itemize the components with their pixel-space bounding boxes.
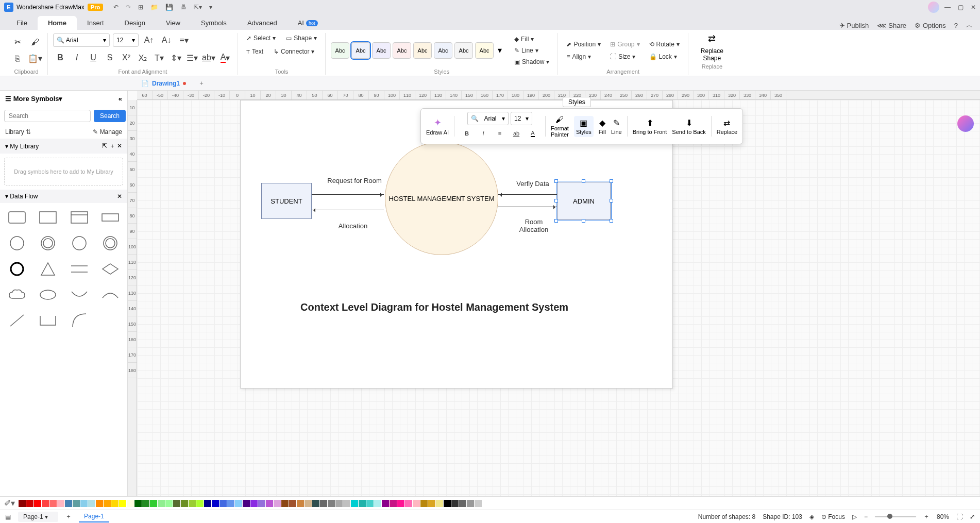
close-icon[interactable]: ✕ [971,4,976,11]
user-avatar[interactable] [928,2,939,13]
connector-tool[interactable]: ↳ Connector ▾ [271,46,317,57]
color-swatch[interactable] [359,500,366,507]
library-label[interactable]: Library ⇅ [5,128,31,136]
color-swatch[interactable] [189,500,196,507]
rotate-drop[interactable]: ⟲ Rotate ▾ [646,39,683,49]
arrow-verify[interactable] [498,194,557,195]
style-swatch-6[interactable]: Abc [434,42,452,59]
font-size-select[interactable]: 12▾ [113,33,139,47]
doc-tab-drawing1[interactable]: 📄 Drawing1 [134,78,193,89]
color-swatch[interactable] [405,500,412,507]
group-drop[interactable]: ⊞ Group ▾ [607,39,643,49]
format-painter-icon[interactable]: 🖌 [28,35,42,49]
page-tab-1[interactable]: Page-1 [79,511,109,522]
fill-drop[interactable]: ◆ Fill ▾ [511,34,552,44]
color-swatch[interactable] [219,500,227,507]
maximize-icon[interactable]: ▢ [958,4,964,11]
strike-icon[interactable]: S [103,50,117,65]
my-library-header[interactable]: ▾ My Library ⇱ ＋ ✕ [0,139,127,154]
color-swatch[interactable] [181,500,188,507]
manage-link[interactable]: ✎ Manage [93,128,122,136]
ft-send-back[interactable]: ⬇Send to Back [672,118,705,135]
color-swatch[interactable] [374,500,381,507]
size-drop[interactable]: ⛶ Size ▾ [607,52,643,62]
color-swatch[interactable] [420,500,428,507]
lib-export-icon[interactable]: ⇱ [102,142,107,149]
highlight-icon[interactable]: ab▾ [201,50,216,65]
style-swatch-7[interactable]: Abc [454,42,473,59]
ft-bold-icon[interactable]: B [460,126,474,141]
color-swatch[interactable] [65,500,72,507]
shape-circle-2[interactable] [66,233,92,254]
copy-icon[interactable]: ⎘ [10,52,25,66]
arrow-request[interactable] [312,194,384,195]
canvas[interactable]: HOSTEL MANAGEMENT SYSTEM STUDENT ADMIN [137,100,980,496]
color-swatch[interactable] [451,500,459,507]
color-swatch[interactable] [134,500,142,507]
tab-advanced[interactable]: Advanced [237,16,288,30]
shape-rect-open[interactable] [35,310,61,331]
color-swatch[interactable] [266,500,273,507]
page-selector[interactable]: Page-1 ▾ [18,512,58,522]
zoom-slider[interactable] [875,516,916,517]
shape-cloud[interactable] [4,284,30,305]
color-swatch[interactable] [328,500,335,507]
color-swatch[interactable] [80,500,88,507]
focus-mode[interactable]: ⊙ Focus [821,513,845,520]
decrease-font-icon[interactable]: A↓ [159,33,174,47]
shape-arc-up[interactable] [97,284,123,305]
style-more-icon[interactable]: ▾ [496,45,504,55]
new-icon[interactable]: ⊞ [138,4,143,11]
select-tool[interactable]: ➚ Select ▾ [243,33,279,43]
shape-tool[interactable]: ▭ Shape ▾ [283,33,320,43]
color-swatch[interactable] [235,500,242,507]
color-swatch[interactable] [413,500,420,507]
redo-icon[interactable]: ↷ [126,4,131,11]
data-flow-header[interactable]: ▾ Data Flow ✕ [0,190,127,203]
publish-button[interactable]: ✈ Publish [839,22,869,29]
label-room-alloc[interactable]: Room Allocation [511,218,557,233]
color-swatch[interactable] [335,500,343,507]
align-drop[interactable]: ≡ Align ▾ [563,52,604,62]
eyedropper-icon[interactable]: ✐▾ [4,498,15,508]
label-allocation[interactable]: Allocation [332,222,374,230]
fit-page-icon[interactable]: ⛶ [956,513,962,520]
color-swatch[interactable] [158,500,165,507]
color-swatch[interactable] [42,500,49,507]
arrow-room-alloc[interactable] [498,207,557,207]
color-swatch[interactable] [19,500,26,507]
color-swatch[interactable] [57,500,64,507]
ft-color-icon[interactable]: A [526,126,540,141]
label-verify[interactable]: Verfiy Data [510,180,556,188]
color-swatch[interactable] [297,500,304,507]
line-spacing-icon[interactable]: ⇕▾ [168,50,183,65]
export-icon[interactable]: ⇱▾ [194,4,202,11]
presentation-icon[interactable]: ▷ [852,513,857,520]
ft-font-size[interactable]: 12 ▾ [511,112,532,125]
lib-close-icon[interactable]: ✕ [117,142,122,149]
color-swatch[interactable] [96,500,103,507]
shape-circle[interactable] [4,233,30,254]
color-swatch[interactable] [127,500,134,507]
shadow-drop[interactable]: ▣ Shadow ▾ [511,57,552,67]
cut-icon[interactable]: ✂ [10,35,25,49]
arrow-allocation[interactable] [312,210,384,210]
qat-more-icon[interactable]: ▾ [209,4,212,11]
tab-view[interactable]: View [156,16,191,30]
dfd-process-system[interactable]: HOSTEL MANAGEMENT SYSTEM [385,142,498,255]
color-swatch[interactable] [343,500,350,507]
color-swatch[interactable] [258,500,265,507]
shape-rect-rounded[interactable] [4,207,30,228]
color-swatch[interactable] [351,500,358,507]
color-swatch[interactable] [320,500,327,507]
tab-ai[interactable]: AIhot [288,16,328,30]
collapse-panel-icon[interactable]: « [119,95,122,103]
color-swatch[interactable] [34,500,41,507]
share-button[interactable]: ⋘ Share [877,22,906,29]
more-symbols-label[interactable]: More Symbols [13,95,59,103]
underline-icon[interactable]: U [86,50,100,65]
search-button[interactable]: Search [94,110,126,122]
shape-double-circle-2[interactable] [97,233,123,254]
color-swatch[interactable] [142,500,149,507]
color-swatch[interactable] [289,500,296,507]
